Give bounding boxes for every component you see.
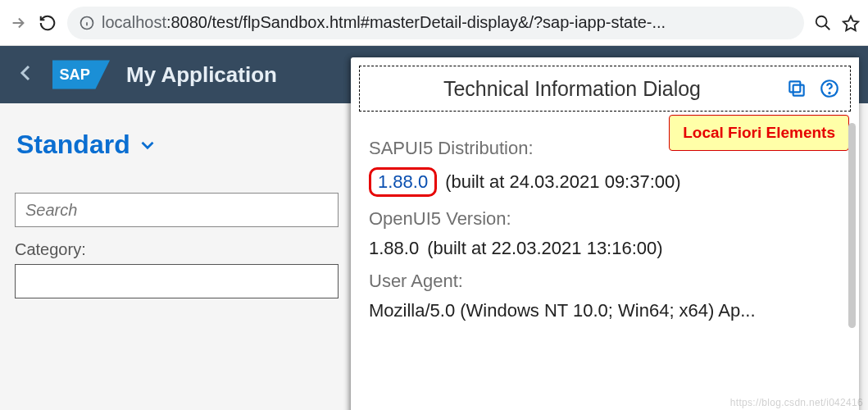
search-input[interactable] (15, 193, 339, 227)
dialog-body: Local Fiori Elements SAPUI5 Distribution… (351, 112, 859, 315)
svg-point-11 (829, 93, 829, 93)
technical-info-dialog: Technical Information Dialog Local Fiori… (351, 57, 859, 315)
sapui5-version-highlight: 1.88.0 (369, 167, 437, 197)
annotation-note: Local Fiori Elements (669, 115, 849, 151)
dialog-title: Technical Information Dialog (370, 77, 775, 101)
variant-label: Standard (16, 130, 130, 160)
user-agent-value: Mozilla/5.0 (Windows NT 10.0; Win64; x64… (369, 300, 756, 315)
shell-back-button[interactable] (16, 63, 36, 86)
dialog-scrollbar[interactable] (848, 123, 856, 315)
svg-rect-8 (793, 85, 804, 96)
address-bar[interactable]: localhost:8080/test/flpSandbox.html#mast… (67, 7, 804, 39)
svg-text:SAP: SAP (59, 66, 89, 83)
url-host: localhost (102, 13, 166, 31)
user-agent-label: User Agent: (369, 271, 841, 292)
info-icon (79, 15, 95, 31)
browser-toolbar: localhost:8080/test/flpSandbox.html#mast… (0, 0, 868, 46)
svg-marker-5 (843, 16, 858, 30)
sapui5-built-text: (built at 24.03.2021 09:37:00) (445, 171, 680, 193)
openui5-built-text: (built at 22.03.2021 13:16:00) (427, 238, 662, 259)
url-path: :8080/test/flpSandbox.html#masterDetail-… (166, 13, 666, 31)
svg-point-3 (816, 16, 827, 26)
bookmark-star-icon[interactable] (842, 14, 860, 32)
forward-arrow-icon[interactable] (8, 13, 28, 33)
dialog-header: Technical Information Dialog (359, 66, 851, 112)
copy-icon[interactable] (786, 78, 807, 99)
svg-line-4 (825, 25, 830, 30)
svg-rect-9 (789, 81, 800, 92)
help-icon[interactable] (819, 78, 840, 99)
zoom-icon[interactable] (814, 14, 832, 32)
app-title: My Application (126, 62, 277, 88)
chevron-down-icon (137, 134, 158, 156)
sap-logo: SAP (52, 60, 110, 89)
reload-icon[interactable] (38, 13, 57, 33)
openui5-version: 1.88.0 (369, 238, 419, 259)
category-input[interactable] (15, 264, 339, 298)
openui5-version-label: OpenUI5 Version: (369, 208, 841, 230)
